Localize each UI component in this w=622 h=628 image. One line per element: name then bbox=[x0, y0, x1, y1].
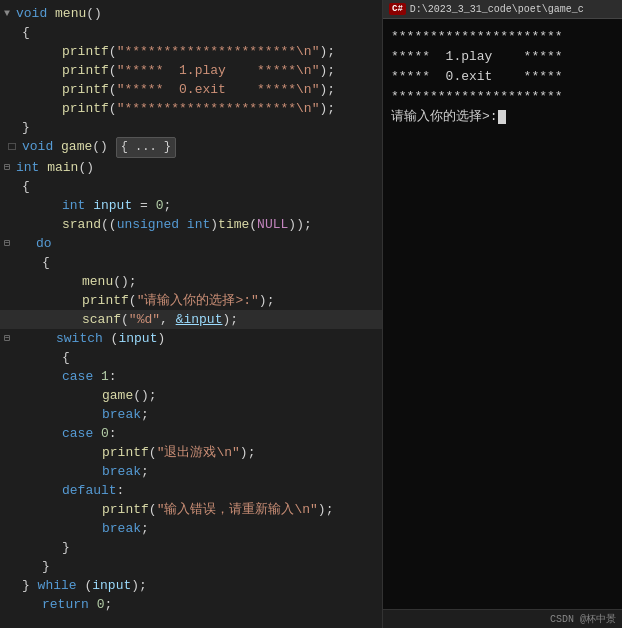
code-content: printf("请输入你的选择>:"); bbox=[22, 291, 274, 310]
code-content: printf("***** 0.exit *****\n"); bbox=[22, 80, 335, 99]
terminal-path: D:\2023_3_31_code\poet\game_c bbox=[410, 4, 584, 15]
code-content: do bbox=[16, 234, 52, 253]
code-content: { bbox=[22, 348, 70, 367]
code-content: void game() { ... } bbox=[22, 137, 176, 158]
app-container: ▼ void menu() { printf("****************… bbox=[0, 0, 622, 628]
code-content: srand((unsigned int)time(NULL)); bbox=[22, 215, 312, 234]
code-content: { bbox=[22, 253, 50, 272]
cs-badge: C# bbox=[389, 3, 406, 15]
terminal-output-line: ********************** bbox=[391, 27, 614, 47]
code-content: } bbox=[22, 538, 70, 557]
code-content: } bbox=[22, 557, 50, 576]
code-content: case 1: bbox=[22, 367, 117, 386]
code-content: printf("**********************\n"); bbox=[22, 42, 335, 61]
terminal-titlebar: C# D:\2023_3_31_code\poet\game_c bbox=[383, 0, 622, 19]
terminal-body: ********************** ***** 1.play ****… bbox=[383, 19, 622, 609]
code-content: printf("退出游戏\n"); bbox=[22, 443, 255, 462]
code-content: void menu() bbox=[16, 4, 102, 23]
terminal-footer: CSDN @杯中景 bbox=[383, 609, 622, 628]
code-content: break; bbox=[22, 462, 149, 481]
code-content: menu(); bbox=[22, 272, 137, 291]
fold-icon[interactable]: ⊟ bbox=[4, 158, 14, 177]
code-content: int input = 0; bbox=[22, 196, 171, 215]
code-content: scanf("%d", &input); bbox=[22, 310, 238, 329]
terminal-panel: C# D:\2023_3_31_code\poet\game_c *******… bbox=[382, 0, 622, 628]
gutter: □ bbox=[4, 138, 20, 157]
code-content: break; bbox=[22, 519, 149, 538]
code-content: case 0: bbox=[22, 424, 117, 443]
code-content: printf("输入错误，请重新输入\n"); bbox=[22, 500, 333, 519]
terminal-output-line: ***** 0.exit ***** bbox=[391, 67, 614, 87]
code-content: int main() bbox=[16, 158, 94, 177]
code-content: switch (input) bbox=[16, 329, 165, 348]
terminal-output-line: ***** 1.play ***** bbox=[391, 47, 614, 67]
terminal-prompt-line: 请输入你的选择>: bbox=[391, 107, 614, 127]
fold-icon[interactable]: ▼ bbox=[4, 4, 14, 23]
cursor bbox=[498, 110, 506, 124]
code-content: printf("**********************\n"); bbox=[22, 99, 335, 118]
code-content: default: bbox=[22, 481, 124, 500]
terminal-output-line: ********************** bbox=[391, 87, 614, 107]
code-content: printf("***** 1.play *****\n"); bbox=[22, 61, 335, 80]
code-content: game(); bbox=[22, 386, 157, 405]
code-content: break; bbox=[22, 405, 149, 424]
fold-icon[interactable]: ⊟ bbox=[4, 329, 14, 348]
code-content: return 0; bbox=[22, 595, 112, 614]
fold-icon[interactable]: ⊟ bbox=[4, 234, 14, 253]
code-content: } while (input); bbox=[22, 576, 147, 595]
footer-text: CSDN @杯中景 bbox=[550, 614, 616, 625]
collapsed-block[interactable]: { ... } bbox=[116, 137, 176, 158]
